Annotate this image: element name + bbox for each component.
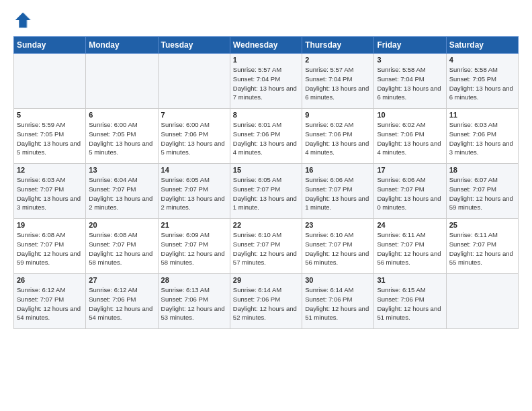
day-info: Sunrise: 6:11 AMSunset: 7:07 PMDaylight:… [377,230,443,267]
day-number: 31 [377,276,443,284]
day-info: Sunrise: 6:08 AMSunset: 7:07 PMDaylight:… [89,230,154,267]
day-number: 10 [377,111,443,119]
header-cell-wednesday: Wednesday [230,37,302,54]
day-number: 4 [449,56,515,64]
header-cell-saturday: Saturday [446,37,518,54]
day-info: Sunrise: 6:09 AMSunset: 7:07 PMDaylight:… [161,230,227,267]
calendar-body: 1Sunrise: 5:57 AMSunset: 7:04 PMDaylight… [14,54,519,329]
header-cell-friday: Friday [374,37,446,54]
day-cell: 9Sunrise: 6:02 AMSunset: 7:06 PMDaylight… [302,109,374,164]
day-cell: 31Sunrise: 6:15 AMSunset: 7:06 PMDayligh… [374,274,446,329]
day-cell: 7Sunrise: 6:00 AMSunset: 7:06 PMDaylight… [158,109,230,164]
day-number: 18 [449,166,515,174]
day-cell: 25Sunrise: 6:11 AMSunset: 7:07 PMDayligh… [446,219,518,274]
header-cell-sunday: Sunday [14,37,86,54]
header [13,11,519,30]
day-cell: 28Sunrise: 6:13 AMSunset: 7:06 PMDayligh… [158,274,230,329]
day-cell: 2Sunrise: 5:57 AMSunset: 7:04 PMDaylight… [302,54,374,109]
day-info: Sunrise: 6:14 AMSunset: 7:06 PMDaylight:… [305,285,371,322]
day-info: Sunrise: 6:03 AMSunset: 7:06 PMDaylight:… [449,120,515,157]
calendar-table: SundayMondayTuesdayWednesdayThursdayFrid… [13,36,519,329]
day-cell: 21Sunrise: 6:09 AMSunset: 7:07 PMDayligh… [158,219,230,274]
day-number: 17 [377,166,443,174]
day-cell: 5Sunrise: 5:59 AMSunset: 7:05 PMDaylight… [14,109,86,164]
day-number: 3 [377,56,443,64]
day-info: Sunrise: 6:14 AMSunset: 7:06 PMDaylight:… [233,285,299,322]
day-info: Sunrise: 6:10 AMSunset: 7:07 PMDaylight:… [305,230,371,267]
day-cell: 6Sunrise: 6:00 AMSunset: 7:05 PMDaylight… [86,109,158,164]
day-number: 16 [305,166,371,174]
day-cell: 8Sunrise: 6:01 AMSunset: 7:06 PMDaylight… [230,109,302,164]
day-info: Sunrise: 6:01 AMSunset: 7:06 PMDaylight:… [233,120,299,157]
day-cell: 22Sunrise: 6:10 AMSunset: 7:07 PMDayligh… [230,219,302,274]
day-info: Sunrise: 6:07 AMSunset: 7:07 PMDaylight:… [449,175,515,212]
day-info: Sunrise: 6:02 AMSunset: 7:06 PMDaylight:… [305,120,371,157]
day-number: 29 [233,276,299,284]
day-cell: 10Sunrise: 6:02 AMSunset: 7:06 PMDayligh… [374,109,446,164]
week-row-1: 1Sunrise: 5:57 AMSunset: 7:04 PMDaylight… [14,54,519,109]
day-cell: 30Sunrise: 6:14 AMSunset: 7:06 PMDayligh… [302,274,374,329]
page: SundayMondayTuesdayWednesdayThursdayFrid… [0,0,532,336]
day-info: Sunrise: 6:10 AMSunset: 7:07 PMDaylight:… [233,230,299,267]
day-number: 26 [17,276,83,284]
day-number: 20 [89,221,154,229]
day-info: Sunrise: 5:57 AMSunset: 7:04 PMDaylight:… [305,65,371,102]
day-info: Sunrise: 6:12 AMSunset: 7:06 PMDaylight:… [89,285,154,322]
day-info: Sunrise: 6:06 AMSunset: 7:07 PMDaylight:… [305,175,371,212]
day-cell [14,54,86,109]
day-number: 2 [305,56,371,64]
day-number: 22 [233,221,299,229]
day-info: Sunrise: 6:08 AMSunset: 7:07 PMDaylight:… [17,230,83,267]
logo-icon [13,11,32,30]
day-number: 15 [233,166,299,174]
day-number: 13 [89,166,154,174]
day-cell: 17Sunrise: 6:06 AMSunset: 7:07 PMDayligh… [374,164,446,219]
week-row-2: 5Sunrise: 5:59 AMSunset: 7:05 PMDaylight… [14,109,519,164]
day-cell [446,274,518,329]
day-cell: 12Sunrise: 6:03 AMSunset: 7:07 PMDayligh… [14,164,86,219]
day-number: 19 [17,221,83,229]
day-cell: 20Sunrise: 6:08 AMSunset: 7:07 PMDayligh… [86,219,158,274]
day-number: 23 [305,221,371,229]
week-row-3: 12Sunrise: 6:03 AMSunset: 7:07 PMDayligh… [14,164,519,219]
day-number: 8 [233,111,299,119]
day-info: Sunrise: 6:04 AMSunset: 7:07 PMDaylight:… [89,175,154,212]
day-cell: 27Sunrise: 6:12 AMSunset: 7:06 PMDayligh… [86,274,158,329]
day-cell: 3Sunrise: 5:58 AMSunset: 7:04 PMDaylight… [374,54,446,109]
day-info: Sunrise: 5:59 AMSunset: 7:05 PMDaylight:… [17,120,83,157]
day-info: Sunrise: 6:00 AMSunset: 7:06 PMDaylight:… [161,120,227,157]
day-cell: 26Sunrise: 6:12 AMSunset: 7:07 PMDayligh… [14,274,86,329]
week-row-5: 26Sunrise: 6:12 AMSunset: 7:07 PMDayligh… [14,274,519,329]
day-info: Sunrise: 6:11 AMSunset: 7:07 PMDaylight:… [449,230,515,267]
day-cell: 24Sunrise: 6:11 AMSunset: 7:07 PMDayligh… [374,219,446,274]
day-info: Sunrise: 6:05 AMSunset: 7:07 PMDaylight:… [161,175,227,212]
day-info: Sunrise: 6:00 AMSunset: 7:05 PMDaylight:… [89,120,154,157]
day-number: 11 [449,111,515,119]
day-number: 9 [305,111,371,119]
day-info: Sunrise: 6:15 AMSunset: 7:06 PMDaylight:… [377,285,443,322]
header-row: SundayMondayTuesdayWednesdayThursdayFrid… [14,37,519,54]
day-cell [86,54,158,109]
day-number: 30 [305,276,371,284]
day-info: Sunrise: 6:12 AMSunset: 7:07 PMDaylight:… [17,285,83,322]
day-info: Sunrise: 6:03 AMSunset: 7:07 PMDaylight:… [17,175,83,212]
day-cell: 4Sunrise: 5:58 AMSunset: 7:05 PMDaylight… [446,54,518,109]
header-cell-tuesday: Tuesday [158,37,230,54]
day-info: Sunrise: 6:02 AMSunset: 7:06 PMDaylight:… [377,120,443,157]
header-cell-thursday: Thursday [302,37,374,54]
logo [13,11,35,30]
calendar-header: SundayMondayTuesdayWednesdayThursdayFrid… [14,37,519,54]
day-info: Sunrise: 6:06 AMSunset: 7:07 PMDaylight:… [377,175,443,212]
day-info: Sunrise: 6:05 AMSunset: 7:07 PMDaylight:… [233,175,299,212]
day-cell: 15Sunrise: 6:05 AMSunset: 7:07 PMDayligh… [230,164,302,219]
day-cell: 23Sunrise: 6:10 AMSunset: 7:07 PMDayligh… [302,219,374,274]
day-info: Sunrise: 5:57 AMSunset: 7:04 PMDaylight:… [233,65,299,102]
day-cell: 11Sunrise: 6:03 AMSunset: 7:06 PMDayligh… [446,109,518,164]
header-cell-monday: Monday [86,37,158,54]
day-number: 6 [89,111,154,119]
day-cell: 18Sunrise: 6:07 AMSunset: 7:07 PMDayligh… [446,164,518,219]
day-number: 24 [377,221,443,229]
day-number: 5 [17,111,83,119]
day-number: 27 [89,276,154,284]
day-number: 12 [17,166,83,174]
